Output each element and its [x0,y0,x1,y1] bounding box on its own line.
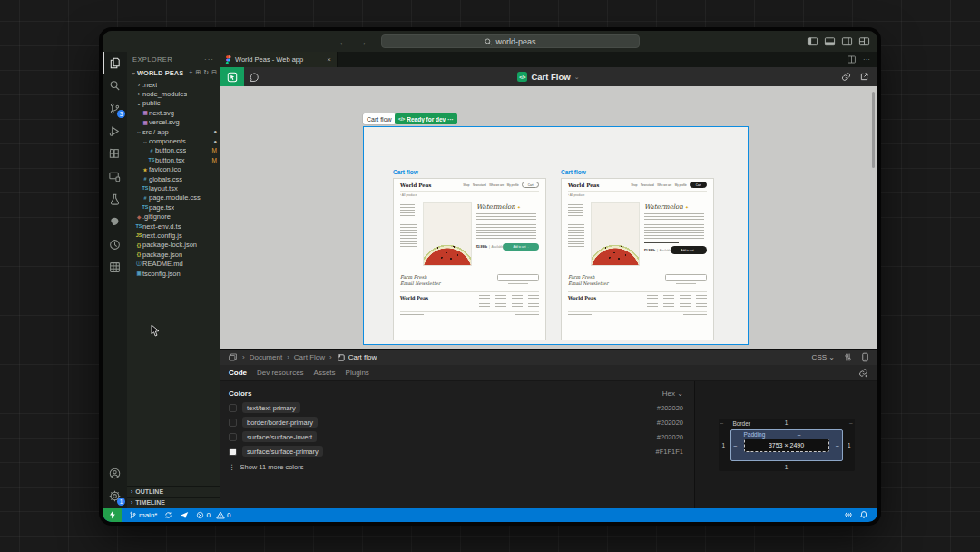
settings-sliders-icon[interactable] [843,352,853,362]
mock-page-light[interactable]: World Peas ShopNewsstandWho we areMy pro… [393,178,546,340]
device-preview-icon[interactable] [861,352,869,362]
activity-accounts[interactable] [103,462,127,485]
customize-layout-icon[interactable] [858,35,870,47]
color-row[interactable]: text/text-primary#202020 [229,400,683,415]
element-size[interactable]: 3753 × 2490 [744,439,829,452]
file-row[interactable]: ▦vercel.svg [127,118,220,127]
figma-canvas[interactable]: Cart flow </> Ready for dev ··· Cart flo… [220,86,877,349]
file-row[interactable]: ⓘREADME.md [127,259,220,268]
editor-more-actions-icon[interactable]: ··· [863,55,870,64]
toggle-panel-icon[interactable] [824,35,836,47]
project-root-row[interactable]: ⌄ WORLD-PEAS + ⊞ ↻ ⊟ [127,66,220,79]
problems-status[interactable]: 0 0 [196,511,230,519]
activity-remote-explorer[interactable] [103,165,127,188]
timeline-section[interactable]: › TIMELINE [127,497,220,508]
color-token-chip[interactable]: surface/surface-invert [242,431,317,442]
ready-for-dev-badge[interactable]: </> Ready for dev ··· [395,113,457,124]
mock-nav-item: Newsstand [473,183,486,186]
toggle-secondary-sidebar-icon[interactable] [841,35,853,47]
breadcrumb-document[interactable]: Document [250,353,282,361]
frame-name-chip[interactable]: Cart flow [363,113,396,124]
history-back-button[interactable]: ← [338,36,348,47]
selected-section-frame[interactable]: Cart flow </> Ready for dev ··· Cart flo… [363,126,749,345]
file-row[interactable]: TSpage.tsx [127,202,220,212]
branch-status[interactable]: main* [129,511,157,519]
canvas-scrollbar[interactable] [872,92,875,168]
css-dropdown[interactable]: CSS ⌄ [812,353,835,361]
activity-extension-hand[interactable] [103,211,127,233]
add-link-icon[interactable] [858,368,868,378]
activity-search[interactable] [103,74,127,97]
breadcrumb-cart-flow[interactable]: Cart Flow [294,353,325,361]
file-row[interactable]: TSbutton.tsxM [127,155,220,164]
panel-tab-plugins[interactable]: Plugins [346,369,369,377]
hex-header-dropdown[interactable]: Hex ⌄ [662,389,683,398]
padding-box[interactable]: Padding – – – – 3753 × 2490 [730,429,843,461]
publish-status[interactable] [180,511,189,519]
chevron-down-icon[interactable]: ⌄ [574,74,580,81]
open-in-figma-icon[interactable] [859,72,869,82]
command-search-box[interactable]: world-peas [381,34,640,48]
figma-page-title[interactable]: Cart Flow [531,72,570,82]
activity-source-control[interactable]: 3 [103,97,127,120]
file-row[interactable]: ▦next.svg [127,108,220,117]
collapse-folders-icon[interactable]: ⊟ [211,69,217,76]
notifications-bell-icon[interactable] [859,510,868,519]
sync-status[interactable] [164,511,172,519]
remote-indicator[interactable] [103,508,122,522]
tab-world-peas[interactable]: World Peas - Web app × [220,52,338,67]
file-row[interactable]: ›.next [127,80,220,89]
activity-run-debug[interactable] [103,120,127,143]
color-row[interactable]: surface/surface-invert#202020 [229,429,683,444]
color-token-chip[interactable]: border/border-primary [242,417,318,428]
activity-explorer[interactable] [103,52,127,74]
color-row[interactable]: surface/surface-primary#F1F1F1 [229,444,683,458]
copy-link-icon[interactable] [841,72,851,82]
activity-settings[interactable]: 1 [103,485,127,508]
outline-section[interactable]: › OUTLINE [127,486,220,497]
color-row[interactable]: border/border-primary#202020 [229,415,683,429]
file-row[interactable]: ⌄components● [127,136,220,145]
show-more-colors[interactable]: ⋮ Show 11 more colors [229,463,683,471]
file-row[interactable]: ⌄src / app● [127,127,220,136]
toggle-sidebar-icon[interactable] [807,35,818,47]
activity-extension-grid[interactable] [103,256,127,279]
history-forward-button[interactable]: → [358,36,368,47]
comment-tool-button[interactable] [244,72,264,83]
file-row[interactable]: ›node_modules [127,89,220,98]
box-model[interactable]: Border 1 1 1 1 – – – – Padding [719,419,855,471]
file-row[interactable]: TSnext-env.d.ts [127,222,220,231]
panel-tab-code[interactable]: Code [229,369,247,377]
file-row[interactable]: ★favicon.ico [127,165,220,174]
file-row[interactable]: ◆.gitignore [127,212,220,221]
panel-tab-assets[interactable]: Assets [314,369,336,377]
split-editor-icon[interactable] [847,54,857,64]
file-row[interactable]: TSlayout.tsx [127,183,220,192]
file-row[interactable]: JSnext.config.js [127,231,220,240]
refresh-explorer-icon[interactable]: ↻ [203,69,209,76]
activity-extensions[interactable] [103,143,127,165]
activity-extension-clock[interactable] [103,233,127,256]
explorer-more-icon[interactable]: ··· [204,55,214,64]
file-row[interactable]: #page.module.css [127,193,220,202]
panel-tab-dev-resources[interactable]: Dev resources [257,369,304,377]
tab-close-icon[interactable]: × [327,55,331,64]
file-type-icon: JS [135,232,142,238]
breadcrumb-current[interactable]: Cart flow [337,353,377,362]
activity-testing[interactable] [103,188,127,211]
file-row[interactable]: {}package-lock.json [127,241,220,250]
new-file-icon[interactable]: + [189,69,192,76]
file-row[interactable]: #globals.css [127,174,220,183]
color-token-chip[interactable]: text/text-primary [242,402,300,413]
file-row[interactable]: ⌄public [127,99,220,108]
mock-page-dark[interactable]: World Peas ShopNewsstandWho we areMy pro… [561,178,714,340]
select-tool-button[interactable] [220,67,244,86]
feedback-icon[interactable] [844,510,853,519]
file-row[interactable]: {}package.json [127,250,220,259]
page-label-left[interactable]: Cart flow [393,169,418,175]
file-row[interactable]: #button.cssM [127,146,220,155]
new-folder-icon[interactable]: ⊞ [195,69,201,76]
page-label-right[interactable]: Cart flow [561,169,586,175]
color-token-chip[interactable]: surface/surface-primary [242,446,323,457]
file-row[interactable]: ▣tsconfig.json [127,269,220,278]
